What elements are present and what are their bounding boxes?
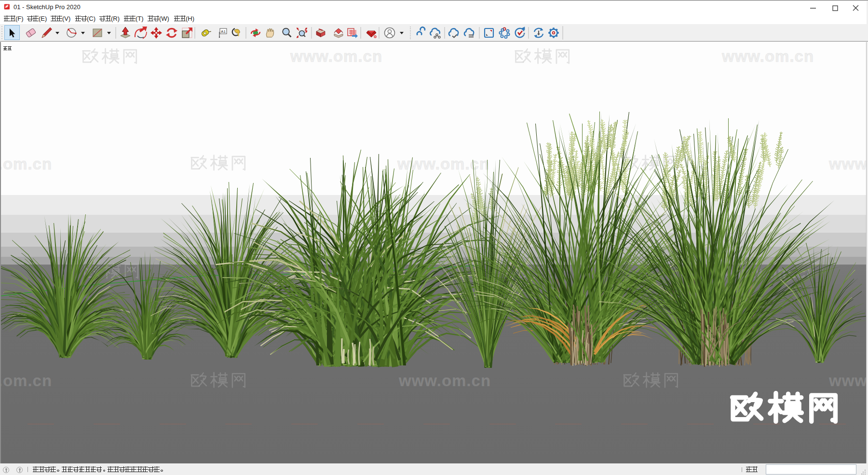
svg-text:A1: A1: [221, 29, 226, 34]
